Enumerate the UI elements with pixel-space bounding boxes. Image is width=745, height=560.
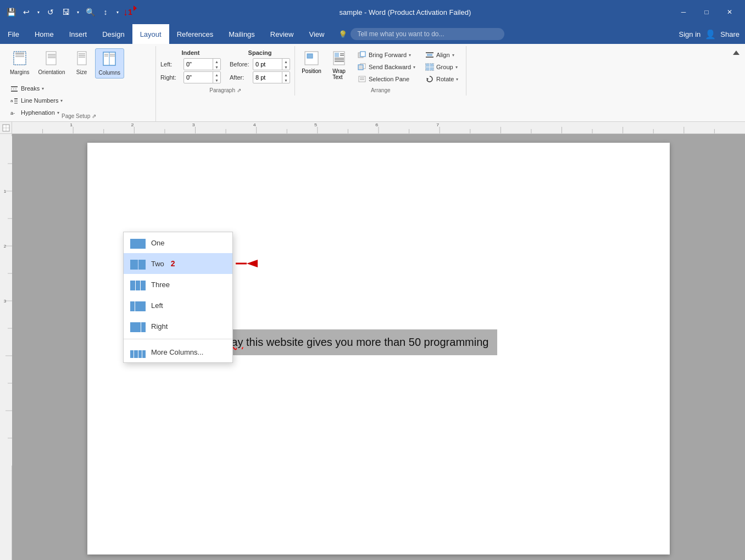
columns-button[interactable]: Columns (95, 48, 124, 79)
spacing-after-down[interactable]: ▼ (282, 77, 290, 83)
svg-text:3: 3 (192, 122, 195, 127)
columns-three-item[interactable]: Three (124, 274, 232, 295)
undo-dropdown[interactable]: ▾ (35, 5, 42, 19)
columns-left-icon (130, 299, 146, 311)
columns-left-item[interactable]: Left (124, 295, 232, 316)
columns-one-icon (130, 237, 146, 249)
spacing-before-down[interactable]: ▼ (282, 64, 290, 70)
spacing-before-row: Before: ▲ ▼ (230, 58, 290, 70)
dropdown-divider (124, 339, 232, 339)
share-button[interactable]: Share (720, 30, 740, 38)
red-arrow-annotation (236, 259, 258, 268)
ruler-corner-btn[interactable] (0, 122, 12, 133)
svg-rect-41 (359, 76, 365, 82)
bring-forward-label: Bring Forward (369, 52, 407, 58)
indent-right-label: Right: (160, 74, 181, 81)
menu-view[interactable]: View (301, 24, 332, 44)
page-setup-group-label: Page Setup ⇗ (2, 113, 155, 119)
svg-marker-103 (247, 260, 258, 267)
window-controls: ─ □ ✕ (672, 0, 741, 24)
send-backward-button[interactable]: Send Backward ▾ (354, 61, 419, 72)
wrap-text-button[interactable]: WrapText (327, 48, 351, 81)
indent-left-down[interactable]: ▼ (213, 64, 220, 70)
spacing-section: Spacing Before: ▲ ▼ After: (230, 49, 290, 83)
svg-marker-53 (733, 51, 740, 55)
margins-button[interactable]: Margins (7, 48, 33, 77)
save-button[interactable]: 💾 (4, 5, 18, 19)
indent-right-input-wrap: ▲ ▼ (184, 71, 221, 83)
share-dropdown[interactable]: ▾ (114, 5, 121, 19)
page-setup-expand[interactable]: ⇗ (92, 113, 96, 119)
menu-file[interactable]: File (0, 24, 27, 44)
selection-pane-button[interactable]: Selection Pane (354, 74, 419, 85)
columns-three-icon (130, 278, 146, 290)
undo-button[interactable]: ↩ (20, 5, 33, 19)
rotate-button[interactable]: Rotate ▾ (422, 74, 462, 85)
redo-button[interactable]: ↺ (44, 5, 57, 19)
spacing-after-row: After: ▲ ▼ (230, 71, 290, 83)
sign-in-area: Sign in 👤 Share (674, 24, 745, 44)
indent-left-input[interactable] (184, 60, 213, 68)
collapse-ribbon[interactable] (730, 46, 743, 61)
line-numbers-button[interactable]: a Line Numbers ▾ (7, 95, 66, 106)
vertical-ruler: 1 2 3 (0, 134, 12, 560)
more-columns-item[interactable]: More Columns... (124, 341, 232, 362)
menu-design[interactable]: Design (94, 24, 132, 44)
menu-insert[interactable]: Insert (62, 24, 95, 44)
indent-right-input[interactable] (184, 74, 213, 81)
align-button[interactable]: Align ▾ (422, 49, 462, 60)
menu-review[interactable]: Review (263, 24, 302, 44)
paragraph-expand[interactable]: ⇗ (237, 87, 241, 93)
close-button[interactable]: ✕ (719, 0, 741, 24)
ruler-corner (0, 122, 12, 133)
minimize-button[interactable]: ─ (672, 0, 694, 24)
size-button[interactable]: Size (71, 48, 93, 77)
spacing-after-input[interactable] (253, 74, 282, 81)
document-text-after: this website gives you more than 50 prog… (243, 336, 489, 348)
qat-dropdown[interactable]: ▾ (75, 5, 81, 19)
spacing-after-up[interactable]: ▲ (282, 72, 290, 77)
indent-right-down[interactable]: ▼ (213, 77, 220, 83)
maximize-button[interactable]: □ (696, 0, 718, 24)
indent-left-up[interactable]: ▲ (213, 59, 220, 64)
indent-left-spinners: ▲ ▼ (213, 59, 220, 70)
columns-one-item[interactable]: One (124, 232, 232, 253)
columns-right-label: Right (151, 322, 168, 331)
indent-left-row: Left: ▲ ▼ (160, 58, 221, 70)
menu-layout[interactable]: Layout (132, 24, 169, 44)
spacing-before-input[interactable] (253, 60, 282, 68)
svg-text:3: 3 (3, 299, 6, 304)
columns-label: Columns (99, 70, 120, 76)
position-button[interactable]: Position (299, 48, 324, 75)
menu-home[interactable]: Home (27, 24, 62, 44)
search-input[interactable] (351, 28, 504, 40)
paragraph-group-label: Paragraph ⇗ (156, 87, 294, 93)
menu-mailings[interactable]: Mailings (221, 24, 263, 44)
align-arrow: ▾ (452, 53, 454, 58)
spacing-after-input-wrap: ▲ ▼ (253, 71, 290, 83)
columns-right-item[interactable]: Right (124, 316, 232, 337)
wrap-text-label: WrapText (332, 68, 346, 80)
indent-right-up[interactable]: ▲ (213, 72, 220, 77)
sign-in-button[interactable]: Sign in (679, 30, 701, 38)
share-btn[interactable]: ↕ (99, 5, 112, 19)
breaks-button[interactable]: Breaks ▾ (7, 83, 47, 94)
line-numbers-label: Line Numbers (21, 97, 58, 104)
ribbon: Margins Orientation Size (0, 44, 745, 122)
group-button[interactable]: Group ▾ (422, 61, 462, 72)
bring-forward-button[interactable]: Bring Forward ▾ (354, 49, 419, 60)
orientation-button[interactable]: Orientation (35, 48, 69, 77)
ribbon-group-arrange: Position WrapText (295, 46, 466, 96)
search-box: 💡 (332, 24, 673, 44)
print-preview[interactable]: 🔍 (84, 5, 97, 19)
columns-two-item[interactable]: Two 2 (124, 253, 232, 274)
customize-qat[interactable]: 🖫 (59, 5, 73, 19)
columns-dropdown-menu: One Two 2 (123, 232, 233, 363)
menu-references[interactable]: References (169, 24, 221, 44)
document-scroll-area[interactable]: Welcome to Sitesbay this website gives y… (12, 134, 745, 560)
size-icon (75, 51, 89, 68)
position-label: Position (302, 68, 321, 74)
spacing-before-up[interactable]: ▲ (282, 59, 290, 64)
svg-text:2: 2 (131, 122, 134, 127)
more-columns-label: More Columns... (151, 348, 203, 356)
